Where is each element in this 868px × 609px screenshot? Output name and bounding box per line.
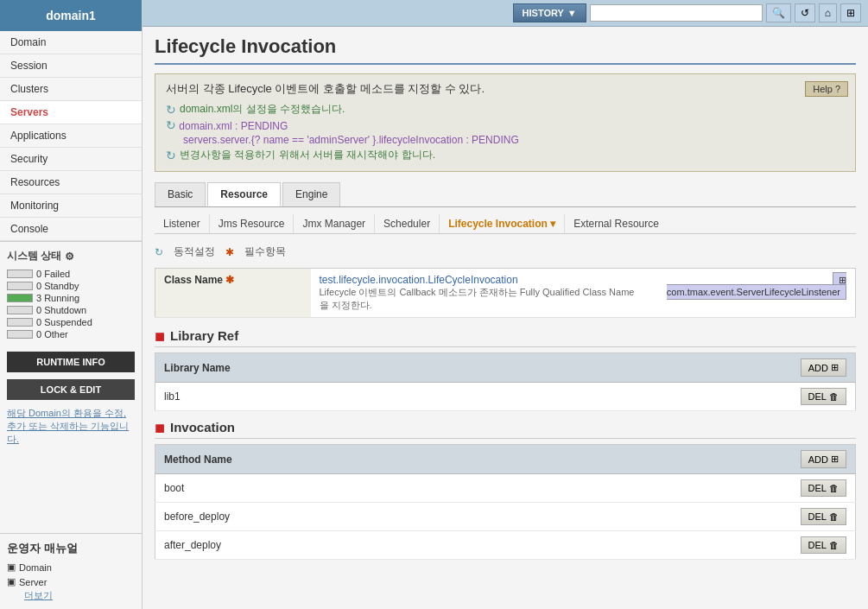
status-standby-label: 0 Standby xyxy=(36,281,79,291)
library-name-col-header: Library Name xyxy=(155,353,554,383)
operator-menu: 운영자 매뉴얼 ▣ Domain ▣ Server 더보기 xyxy=(0,533,142,609)
operator-item-domain[interactable]: ▣ Domain xyxy=(7,560,135,574)
invocation-table: Method Name ADD ⊞ boot xyxy=(155,444,856,560)
operator-item-server[interactable]: ▣ Server xyxy=(7,574,135,589)
invocation-add-label: ADD xyxy=(808,454,828,465)
del-icon-before-deploy: 🗑 xyxy=(829,511,839,522)
invocation-del-button-after-deploy[interactable]: DEL 🗑 xyxy=(801,536,846,554)
status-running-label: 3 Running xyxy=(36,293,79,303)
status-failed: 0 Failed xyxy=(7,269,135,279)
sidebar-item-security[interactable]: Security xyxy=(0,148,142,171)
settings-icon[interactable]: ⚙ xyxy=(65,251,74,263)
method-name-before-deploy: before_deploy xyxy=(155,503,557,531)
status-bar-failed xyxy=(7,270,33,278)
class-name-value: test.lifecycle.invocation.LifeCycleInvoc… xyxy=(311,269,647,318)
invocation-add-button[interactable]: ADD ⊞ xyxy=(801,450,846,468)
sub-tab-external-resource[interactable]: External Resource xyxy=(565,214,668,233)
sidebar-info-link[interactable]: 해당 Domain의 환용을 수정, 추가 또는 삭제하는 기능입니다. xyxy=(0,403,142,449)
lock-edit-button[interactable]: LOCK & EDIT xyxy=(7,379,135,400)
library-add-button[interactable]: ADD ⊞ xyxy=(801,358,846,377)
class-name-label: Class Name ✱ xyxy=(155,269,311,318)
status-bar-running xyxy=(7,294,33,302)
sidebar-item-resources[interactable]: Resources xyxy=(0,171,142,194)
required-label: 필수항목 xyxy=(244,244,286,259)
invocation-row-after-deploy: after_deploy DEL 🗑 xyxy=(155,531,856,560)
main-tabs: Basic Resource Engine xyxy=(155,182,856,207)
refresh-icon-2: ↻ xyxy=(166,118,176,132)
class-name-required-star: ✱ xyxy=(225,274,234,286)
sidebar-item-console[interactable]: Console xyxy=(0,218,142,241)
sub-tab-listener[interactable]: Listener xyxy=(155,214,210,233)
invocation-add-col-header: ADD ⊞ xyxy=(556,445,855,474)
invocation-del-button-boot[interactable]: DEL 🗑 xyxy=(801,479,846,497)
invocation-icon: ◼ xyxy=(155,421,165,435)
sidebar-item-clusters[interactable]: Clusters xyxy=(0,78,142,101)
library-ref-icon: ◼ xyxy=(155,329,165,343)
library-add-icon: ⊞ xyxy=(831,362,839,373)
invocation-del-col-before-deploy: DEL 🗑 xyxy=(556,503,855,531)
domain-list-icon: ▣ xyxy=(7,561,16,573)
home-button[interactable]: ⌂ xyxy=(819,3,837,22)
sub-tab-scheduler[interactable]: Scheduler xyxy=(375,214,440,233)
class-name-hint: Lifecycle 이벤트의 Callback 메소드가 존재하는 Fully … xyxy=(320,286,638,312)
library-row-lib1: lib1 DEL 🗑 xyxy=(155,383,856,411)
sidebar-item-domain[interactable]: Domain xyxy=(0,31,142,54)
runtime-info-button[interactable]: RUNTIME INFO xyxy=(7,352,135,372)
invocation-del-col-boot: DEL 🗑 xyxy=(556,474,855,503)
method-name-col-header: Method Name xyxy=(155,445,557,474)
pending-line-1: ↻ domain.xml의 설정을 수정했습니다. xyxy=(166,102,845,117)
invocation-row-boot: boot DEL 🗑 xyxy=(155,474,856,503)
operator-more-link[interactable]: 더보기 xyxy=(24,589,135,602)
library-name-lib1: lib1 xyxy=(155,383,554,411)
refresh-icon-3: ↻ xyxy=(166,149,176,162)
status-suspended-label: 0 Suspended xyxy=(36,317,92,327)
sub-tab-jmx-manager[interactable]: Jmx Manager xyxy=(294,214,375,233)
search-input[interactable] xyxy=(590,4,763,22)
tab-basic[interactable]: Basic xyxy=(155,182,206,206)
refresh-button[interactable]: ↺ xyxy=(795,3,815,22)
status-shutdown: 0 Shutdown xyxy=(7,305,135,315)
del-icon-boot: 🗑 xyxy=(829,483,839,493)
status-standby: 0 Standby xyxy=(7,281,135,291)
del-label-after-deploy: DEL xyxy=(808,540,827,550)
library-del-button-lib1[interactable]: DEL 🗑 xyxy=(801,388,846,405)
sub-tabs: Listener Jms Resource Jmx Manager Schedu… xyxy=(155,214,856,234)
refresh-icon-1: ↻ xyxy=(166,103,176,117)
page-title: Lifecycle Invocation xyxy=(155,35,856,65)
method-name-after-deploy: after_deploy xyxy=(155,531,557,560)
del-label-boot: DEL xyxy=(808,483,827,493)
status-bar-other xyxy=(7,330,33,339)
status-suspended: 0 Suspended xyxy=(7,317,135,327)
search-button[interactable]: 🔍 xyxy=(766,3,791,22)
dynamic-setting-label: 동적설정 xyxy=(174,244,215,259)
status-other: 0 Other xyxy=(7,329,135,339)
sidebar-item-applications[interactable]: Applications xyxy=(0,124,142,148)
sidebar-item-monitoring[interactable]: Monitoring xyxy=(0,194,142,218)
invocation-title: Invocation xyxy=(170,420,235,435)
status-bar-standby xyxy=(7,282,33,290)
sub-tab-lifecycle-invocation[interactable]: Lifecycle Invocation ▾ xyxy=(440,214,565,233)
sidebar-domain-name: domain1 xyxy=(0,0,142,31)
dynamic-setting-icon: ↻ xyxy=(155,246,163,258)
sidebar-nav: Domain Session Clusters Servers Applicat… xyxy=(0,31,142,241)
library-ref-header-row: Library Name ADD ⊞ xyxy=(155,353,856,383)
invocation-header-row: Method Name ADD ⊞ xyxy=(155,445,856,474)
library-add-label: ADD xyxy=(808,363,828,373)
sidebar-item-session[interactable]: Session xyxy=(0,54,142,78)
tab-resource[interactable]: Resource xyxy=(207,182,281,206)
library-del-icon: 🗑 xyxy=(829,391,839,402)
sidebar-item-servers[interactable]: Servers xyxy=(0,101,142,124)
help-button[interactable]: Help ? xyxy=(805,81,848,97)
sidebar: domain1 Domain Session Clusters Servers … xyxy=(0,0,143,609)
history-button[interactable]: HISTORY ▼ xyxy=(513,3,586,22)
status-bar-suspended xyxy=(7,318,33,327)
invocation-row-before-deploy: before_deploy DEL 🗑 xyxy=(155,503,856,531)
pending-line-2: ↻ domain.xml : PENDING xyxy=(166,118,845,132)
library-del-label: DEL xyxy=(808,391,827,402)
tab-engine[interactable]: Engine xyxy=(282,182,340,206)
library-add-col-header: ADD ⊞ xyxy=(553,353,855,383)
invocation-add-icon: ⊞ xyxy=(831,454,839,465)
sub-tab-jms-resource[interactable]: Jms Resource xyxy=(210,214,295,233)
invocation-del-button-before-deploy[interactable]: DEL 🗑 xyxy=(801,508,846,525)
expand-button[interactable]: ⊞ xyxy=(840,3,861,22)
